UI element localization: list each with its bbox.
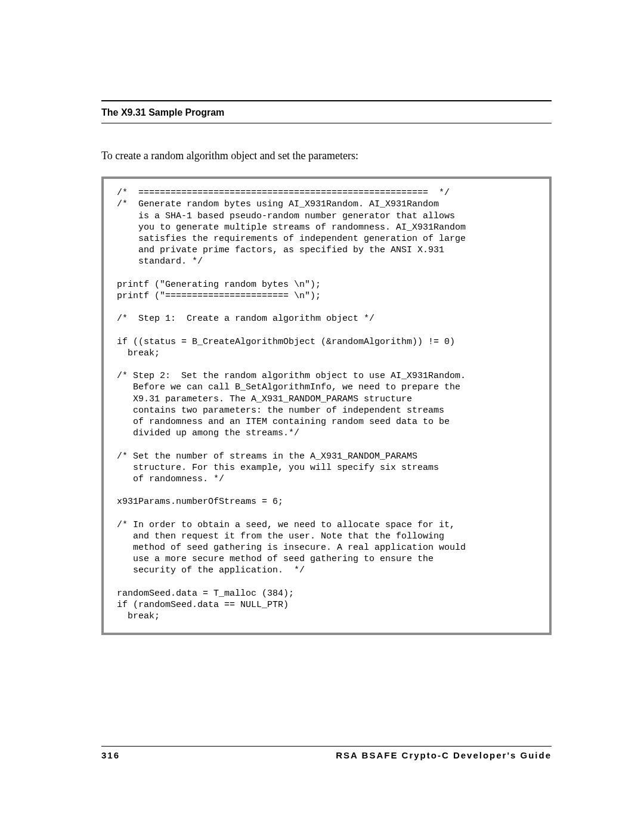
page-number: 316 bbox=[101, 750, 120, 760]
intro-text: To create a random algorithm object and … bbox=[101, 148, 552, 163]
footer-row: 316 RSA BSAFE Crypto-C Developer's Guide bbox=[101, 750, 552, 760]
code-listing: /* =====================================… bbox=[101, 176, 552, 635]
page-footer: 316 RSA BSAFE Crypto-C Developer's Guide bbox=[101, 746, 552, 760]
section-title: The X9.31 Sample Program bbox=[101, 107, 552, 118]
footer-rule bbox=[101, 746, 552, 747]
book-title: RSA BSAFE Crypto-C Developer's Guide bbox=[336, 750, 552, 760]
header-rule-thin bbox=[101, 123, 552, 123]
page: The X9.31 Sample Program To create a ran… bbox=[0, 0, 644, 833]
header-rule-thick bbox=[101, 100, 552, 101]
